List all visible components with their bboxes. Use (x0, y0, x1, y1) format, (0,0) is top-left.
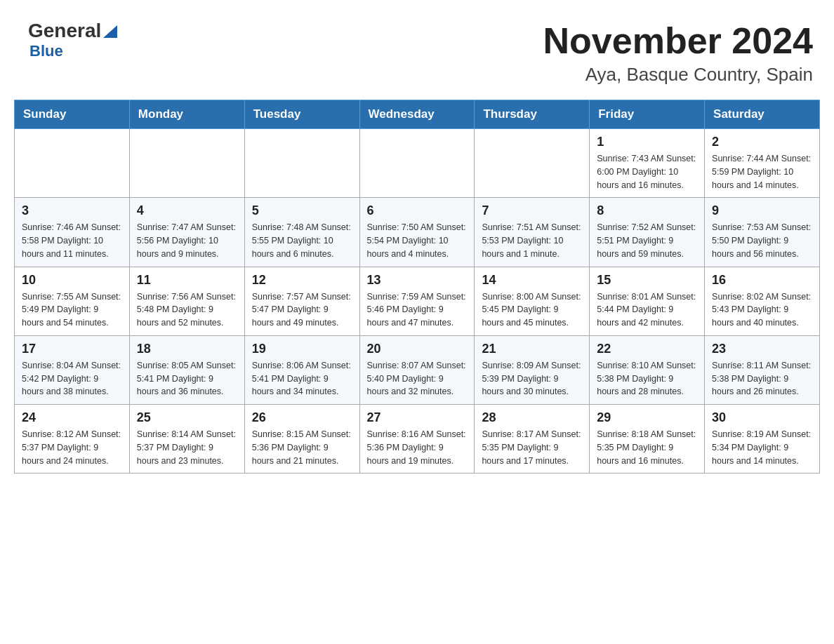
day-info: Sunrise: 8:00 AM Sunset: 5:45 PM Dayligh… (482, 290, 582, 330)
day-number: 7 (482, 203, 582, 218)
day-number: 28 (482, 410, 582, 425)
calendar-cell (475, 129, 590, 198)
calendar-cell: 28Sunrise: 8:17 AM Sunset: 5:35 PM Dayli… (475, 405, 590, 474)
day-info: Sunrise: 7:43 AM Sunset: 6:00 PM Dayligh… (597, 152, 697, 192)
day-number: 20 (367, 342, 468, 356)
weekday-header-row: Sunday Monday Tuesday Wednesday Thursday… (15, 100, 820, 129)
day-info: Sunrise: 8:11 AM Sunset: 5:38 PM Dayligh… (712, 359, 812, 398)
day-info: Sunrise: 7:57 AM Sunset: 5:47 PM Dayligh… (252, 290, 352, 330)
header-thursday: Thursday (475, 100, 590, 129)
day-number: 17 (22, 342, 122, 356)
calendar-cell (244, 129, 359, 198)
day-info: Sunrise: 7:47 AM Sunset: 5:56 PM Dayligh… (137, 221, 237, 260)
day-number: 6 (367, 203, 468, 218)
day-number: 3 (22, 203, 122, 218)
day-info: Sunrise: 8:16 AM Sunset: 5:36 PM Dayligh… (367, 428, 468, 467)
day-number: 4 (137, 203, 237, 218)
day-info: Sunrise: 7:59 AM Sunset: 5:46 PM Dayligh… (367, 290, 468, 330)
calendar-cell: 2Sunrise: 7:44 AM Sunset: 5:59 PM Daylig… (705, 129, 820, 198)
day-info: Sunrise: 8:15 AM Sunset: 5:36 PM Dayligh… (252, 428, 352, 467)
calendar-cell: 27Sunrise: 8:16 AM Sunset: 5:36 PM Dayli… (359, 405, 475, 474)
calendar-cell: 14Sunrise: 8:00 AM Sunset: 5:45 PM Dayli… (475, 267, 590, 335)
calendar-cell: 18Sunrise: 8:05 AM Sunset: 5:41 PM Dayli… (129, 335, 244, 404)
day-number: 25 (137, 410, 237, 425)
day-info: Sunrise: 7:56 AM Sunset: 5:48 PM Dayligh… (137, 290, 237, 330)
day-number: 8 (597, 203, 697, 218)
day-number: 5 (252, 203, 352, 218)
title-section: November 2024 Aya, Basque Country, Spain (543, 21, 813, 86)
header-monday: Monday (129, 100, 244, 129)
day-info: Sunrise: 7:55 AM Sunset: 5:49 PM Dayligh… (22, 290, 122, 330)
day-number: 15 (597, 273, 697, 288)
calendar-cell: 11Sunrise: 7:56 AM Sunset: 5:48 PM Dayli… (129, 267, 244, 335)
logo-sub-text: Blue (29, 42, 63, 60)
calendar-cell: 25Sunrise: 8:14 AM Sunset: 5:37 PM Dayli… (129, 405, 244, 474)
day-info: Sunrise: 8:04 AM Sunset: 5:42 PM Dayligh… (22, 359, 122, 398)
calendar-cell: 19Sunrise: 8:06 AM Sunset: 5:41 PM Dayli… (244, 335, 359, 404)
logo-triangle-icon (103, 22, 117, 38)
day-number: 1 (597, 135, 697, 149)
day-info: Sunrise: 7:44 AM Sunset: 5:59 PM Dayligh… (712, 152, 812, 192)
day-info: Sunrise: 8:14 AM Sunset: 5:37 PM Dayligh… (137, 428, 237, 467)
week-row-5: 24Sunrise: 8:12 AM Sunset: 5:37 PM Dayli… (15, 405, 820, 474)
calendar-cell: 24Sunrise: 8:12 AM Sunset: 5:37 PM Dayli… (15, 405, 130, 474)
day-number: 16 (712, 273, 812, 288)
calendar-cell: 26Sunrise: 8:15 AM Sunset: 5:36 PM Dayli… (244, 405, 359, 474)
calendar-cell: 8Sunrise: 7:52 AM Sunset: 5:51 PM Daylig… (590, 198, 705, 267)
header-saturday: Saturday (705, 100, 820, 129)
day-info: Sunrise: 7:50 AM Sunset: 5:54 PM Dayligh… (367, 221, 468, 260)
day-info: Sunrise: 8:09 AM Sunset: 5:39 PM Dayligh… (482, 359, 582, 398)
calendar-cell (129, 129, 244, 198)
day-info: Sunrise: 8:17 AM Sunset: 5:35 PM Dayligh… (482, 428, 582, 467)
day-info: Sunrise: 8:18 AM Sunset: 5:35 PM Dayligh… (597, 428, 697, 467)
calendar-table: Sunday Monday Tuesday Wednesday Thursday… (14, 100, 820, 474)
calendar-cell: 22Sunrise: 8:10 AM Sunset: 5:38 PM Dayli… (590, 335, 705, 404)
day-info: Sunrise: 7:51 AM Sunset: 5:53 PM Dayligh… (482, 221, 582, 260)
day-number: 11 (137, 273, 237, 288)
header-tuesday: Tuesday (244, 100, 359, 129)
day-number: 27 (367, 410, 468, 425)
calendar-cell: 15Sunrise: 8:01 AM Sunset: 5:44 PM Dayli… (590, 267, 705, 335)
day-number: 19 (252, 342, 352, 356)
calendar-cell: 17Sunrise: 8:04 AM Sunset: 5:42 PM Dayli… (15, 335, 130, 404)
calendar-cell: 23Sunrise: 8:11 AM Sunset: 5:38 PM Dayli… (705, 335, 820, 404)
calendar-cell: 3Sunrise: 7:46 AM Sunset: 5:58 PM Daylig… (15, 198, 130, 267)
day-number: 21 (482, 342, 582, 356)
calendar-cell: 10Sunrise: 7:55 AM Sunset: 5:49 PM Dayli… (15, 267, 130, 335)
day-number: 13 (367, 273, 468, 288)
header-wednesday: Wednesday (359, 100, 475, 129)
day-info: Sunrise: 7:53 AM Sunset: 5:50 PM Dayligh… (712, 221, 812, 260)
day-number: 12 (252, 273, 352, 288)
calendar-cell (359, 129, 475, 198)
week-row-1: 1Sunrise: 7:43 AM Sunset: 6:00 PM Daylig… (15, 129, 820, 198)
day-number: 22 (597, 342, 697, 356)
calendar-cell: 20Sunrise: 8:07 AM Sunset: 5:40 PM Dayli… (359, 335, 475, 404)
calendar-cell: 9Sunrise: 7:53 AM Sunset: 5:50 PM Daylig… (705, 198, 820, 267)
day-number: 30 (712, 410, 812, 425)
day-info: Sunrise: 7:52 AM Sunset: 5:51 PM Dayligh… (597, 221, 697, 260)
header-sunday: Sunday (15, 100, 130, 129)
calendar-cell: 13Sunrise: 7:59 AM Sunset: 5:46 PM Dayli… (359, 267, 475, 335)
header-friday: Friday (590, 100, 705, 129)
week-row-3: 10Sunrise: 7:55 AM Sunset: 5:49 PM Dayli… (15, 267, 820, 335)
day-info: Sunrise: 8:12 AM Sunset: 5:37 PM Dayligh… (22, 428, 122, 467)
calendar-cell: 29Sunrise: 8:18 AM Sunset: 5:35 PM Dayli… (590, 405, 705, 474)
calendar-cell: 4Sunrise: 7:47 AM Sunset: 5:56 PM Daylig… (129, 198, 244, 267)
calendar-subtitle: Aya, Basque Country, Spain (543, 64, 813, 86)
day-info: Sunrise: 8:07 AM Sunset: 5:40 PM Dayligh… (367, 359, 468, 398)
calendar-cell: 5Sunrise: 7:48 AM Sunset: 5:55 PM Daylig… (244, 198, 359, 267)
day-info: Sunrise: 8:10 AM Sunset: 5:38 PM Dayligh… (597, 359, 697, 398)
calendar-cell: 30Sunrise: 8:19 AM Sunset: 5:34 PM Dayli… (705, 405, 820, 474)
logo: General Blue (28, 21, 117, 60)
day-number: 9 (712, 203, 812, 218)
day-info: Sunrise: 8:01 AM Sunset: 5:44 PM Dayligh… (597, 290, 697, 330)
day-number: 24 (22, 410, 122, 425)
day-info: Sunrise: 7:46 AM Sunset: 5:58 PM Dayligh… (22, 221, 122, 260)
day-info: Sunrise: 8:06 AM Sunset: 5:41 PM Dayligh… (252, 359, 352, 398)
page-header: General Blue November 2024 Aya, Basque C… (14, 14, 820, 93)
svg-marker-0 (103, 25, 117, 38)
calendar-cell: 6Sunrise: 7:50 AM Sunset: 5:54 PM Daylig… (359, 198, 475, 267)
day-number: 10 (22, 273, 122, 288)
calendar-cell: 1Sunrise: 7:43 AM Sunset: 6:00 PM Daylig… (590, 129, 705, 198)
calendar-cell: 7Sunrise: 7:51 AM Sunset: 5:53 PM Daylig… (475, 198, 590, 267)
